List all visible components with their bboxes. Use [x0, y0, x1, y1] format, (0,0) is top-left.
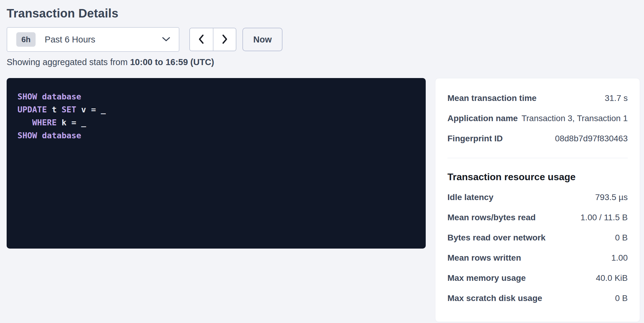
usage-row: Max scratch disk usage 0 B [447, 293, 628, 306]
summary-row-label: Application name [447, 114, 518, 123]
sql-token: SHOW database [17, 92, 81, 101]
next-interval-button[interactable] [213, 28, 236, 51]
sql-line: SHOW database [17, 90, 415, 103]
summary-row-value: 08d8b7d97f830463 [555, 134, 628, 143]
sql-token: k = _ [57, 118, 86, 127]
sql-line: WHERE k = _ [17, 116, 415, 129]
time-range-badge: 6h [16, 32, 36, 47]
summary-row-label: Fingerprint ID [447, 134, 503, 143]
main-content: SHOW databaseUPDATE t SET v = _ WHERE k … [7, 78, 640, 322]
time-range-label: Past 6 Hours [45, 35, 95, 45]
usage-row-value: 0 B [615, 233, 628, 243]
card-divider [447, 158, 628, 158]
summary-row-value: 31.7 s [605, 93, 628, 103]
usage-row: Bytes read over network 0 B [447, 233, 628, 245]
usage-row: Max memory usage 40.0 KiB [447, 273, 628, 285]
usage-row-label: Idle latency [447, 193, 494, 202]
chevron-right-icon [221, 34, 229, 45]
usage-row-label: Mean rows written [447, 253, 521, 263]
usage-row-value: 1.00 [611, 253, 628, 263]
usage-row-label: Max scratch disk usage [447, 293, 542, 303]
aggregation-period-range: 10:00 to 16:59 (UTC) [130, 57, 214, 67]
chevron-left-icon [197, 34, 205, 45]
transaction-summary-card: Mean transaction time 31.7 s Application… [435, 78, 640, 322]
usage-row-value: 1.00 / 11.5 B [580, 213, 628, 222]
usage-row: Idle latency 793.5 µs [447, 193, 628, 205]
summary-row-value: Transaction 3, Transaction 1 [522, 114, 628, 123]
sql-line: UPDATE t SET v = _ [17, 103, 415, 116]
usage-row-value: 0 B [615, 293, 628, 303]
summary-row: Fingerprint ID 08d8b7d97f830463 [447, 134, 628, 146]
usage-row-label: Max memory usage [447, 273, 526, 283]
usage-row-label: Bytes read over network [447, 233, 545, 243]
aggregation-period-prefix: Showing aggregated stats from [7, 57, 130, 67]
usage-row-value: 793.5 µs [595, 193, 628, 202]
transaction-details-page: Transaction Details 6h Past 6 Hours [0, 0, 644, 322]
chevron-down-icon [162, 37, 170, 42]
previous-interval-button[interactable] [190, 28, 213, 51]
summary-row: Application name Transaction 3, Transact… [447, 114, 628, 126]
aggregation-period-text: Showing aggregated stats from 10:00 to 1… [7, 57, 640, 67]
sql-token: SHOW database [17, 131, 81, 140]
usage-row: Mean rows/bytes read 1.00 / 11.5 B [447, 213, 628, 225]
sql-statement-box: SHOW databaseUPDATE t SET v = _ WHERE k … [7, 78, 426, 249]
sql-token: v = _ [76, 105, 106, 114]
usage-row-value: 40.0 KiB [596, 273, 628, 283]
sql-token: t [47, 105, 62, 114]
page-title: Transaction Details [7, 6, 640, 20]
now-button[interactable]: Now [242, 28, 283, 51]
resource-usage-heading: Transaction resource usage [447, 170, 628, 183]
summary-row-label: Mean transaction time [447, 93, 537, 103]
sql-line: SHOW database [17, 129, 415, 142]
sql-token: UPDATE [17, 105, 47, 114]
summary-row: Mean transaction time 31.7 s [447, 93, 628, 105]
usage-row: Mean rows written 1.00 [447, 253, 628, 265]
sql-token: WHERE [17, 118, 57, 127]
time-toolbar: 6h Past 6 Hours [7, 27, 640, 52]
usage-row-label: Mean rows/bytes read [447, 213, 536, 222]
sql-token: SET [62, 105, 76, 114]
time-range-dropdown[interactable]: 6h Past 6 Hours [7, 27, 179, 52]
time-step-button-group [189, 28, 236, 51]
